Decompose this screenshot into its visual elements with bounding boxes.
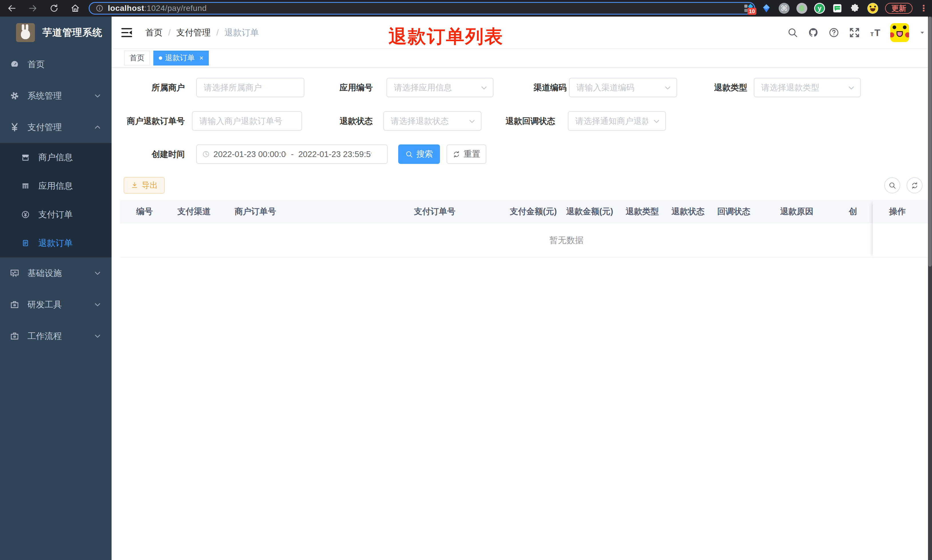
back-icon[interactable] <box>7 3 17 13</box>
tag-home[interactable]: 首页 <box>124 51 150 66</box>
column-header: 退款类型 <box>626 206 671 217</box>
reload-icon[interactable] <box>49 3 59 13</box>
channel-select-input[interactable] <box>569 78 677 97</box>
search-icon[interactable] <box>787 27 798 38</box>
tag-manager-extension-icon[interactable]: 10 <box>743 3 754 14</box>
update-label: 更新 <box>891 3 906 14</box>
callback-status-select-input[interactable] <box>568 111 666 131</box>
app-select[interactable] <box>386 78 494 97</box>
chat-extension-icon[interactable] <box>832 3 843 14</box>
breadcrumb-separator: / <box>168 28 171 37</box>
browser-menu-icon[interactable]: ⋮ <box>920 7 928 10</box>
empty-text: 暂无数据 <box>549 223 584 257</box>
url-text[interactable]: localhost:1024/pay/refund <box>108 4 207 13</box>
sidebar-item-label: 应用信息 <box>38 180 73 192</box>
font-size-icon[interactable]: тT <box>870 27 881 38</box>
filter-label-refund-type: 退款类型 <box>687 78 747 97</box>
date-range-picker[interactable]: 2022-01-23 00:00:00 - 2022-01-23 23:59:5… <box>196 145 388 164</box>
breadcrumb-home[interactable]: 首页 <box>145 27 163 38</box>
navbar-actions: тT <box>787 17 926 49</box>
chevron-down-icon <box>94 301 101 308</box>
sidebar-item-infrastructure[interactable]: 基础设施 <box>0 257 112 289</box>
grid-icon <box>21 182 30 190</box>
tag-refund-order[interactable]: 退款订单 × <box>153 51 209 66</box>
filter-label-merchant-refund-no: 商户退款订单号 <box>112 111 185 131</box>
sidebar-logo-row[interactable]: 芋道管理系统 <box>0 17 112 49</box>
url-bar[interactable]: localhost:1024/pay/refund <box>89 2 755 15</box>
sidebar-menu: 首页 系统管理 支付管理 商户信息 应用信息 <box>0 49 112 352</box>
search-icon <box>405 151 413 158</box>
column-header: 回调状态 <box>717 206 780 217</box>
pay-submenu: 商户信息 应用信息 支付订单 退款订单 <box>0 143 112 257</box>
sidebar-item-app-info[interactable]: 应用信息 <box>0 172 112 200</box>
reset-button[interactable]: 重置 <box>446 145 486 164</box>
help-icon[interactable] <box>829 27 839 38</box>
show-search-toggle-button[interactable] <box>884 177 900 193</box>
window-scrollbar[interactable] <box>928 17 932 560</box>
extensions-puzzle-icon[interactable] <box>850 3 860 14</box>
grey-circle-extension-icon[interactable] <box>797 3 807 14</box>
sidebar: 芋道管理系统 首页 系统管理 支付管理 商户信息 <box>0 17 112 560</box>
avatar[interactable] <box>890 23 909 42</box>
forward-icon[interactable] <box>28 3 38 13</box>
refund-type-select-input[interactable] <box>754 78 861 97</box>
fullscreen-icon[interactable] <box>849 27 860 38</box>
breadcrumb-pay[interactable]: 支付管理 <box>176 27 211 38</box>
scrollbar-thumb[interactable] <box>928 17 932 266</box>
emoji-extension-icon[interactable] <box>867 3 878 14</box>
merchant-refund-no-input[interactable] <box>192 111 302 131</box>
clock-icon <box>202 150 210 158</box>
tag-close-icon[interactable]: × <box>199 55 203 62</box>
column-header: 退款金额(元) <box>566 206 626 217</box>
tags-view: 首页 退款订单 × <box>112 49 928 68</box>
date-end[interactable]: 2022-01-23 23:59:59 <box>298 149 371 159</box>
refund-status-select-input[interactable] <box>383 111 481 131</box>
sidebar-item-workflow[interactable]: 工作流程 <box>0 320 112 352</box>
sidebar-fold-icon[interactable] <box>121 27 133 38</box>
breadcrumb: 首页 / 支付管理 / 退款订单 <box>145 17 259 49</box>
y-extension-icon[interactable]: y <box>814 3 825 14</box>
sidebar-item-merchant-info[interactable]: 商户信息 <box>0 143 112 172</box>
sidebar-item-label: 基础设施 <box>28 268 62 279</box>
search-button[interactable]: 搜索 <box>398 145 440 164</box>
export-button[interactable]: 导出 <box>124 177 165 194</box>
merchant-refund-no-field[interactable] <box>192 111 302 131</box>
column-header: 编号 <box>120 206 177 217</box>
sidebar-item-label: 研发工具 <box>28 299 62 311</box>
tag-label: 首页 <box>129 53 145 63</box>
breadcrumb-separator: / <box>216 28 218 37</box>
sidebar-item-dev-tools[interactable]: 研发工具 <box>0 289 112 320</box>
sidebar-item-label: 工作流程 <box>28 330 62 342</box>
sidebar-item-home[interactable]: 首页 <box>0 49 112 80</box>
refund-status-select[interactable] <box>383 111 481 131</box>
site-info-icon[interactable] <box>95 4 104 12</box>
refund-type-select[interactable] <box>754 78 861 97</box>
column-header: 支付金额(元) <box>510 206 566 217</box>
github-icon[interactable] <box>808 27 819 38</box>
yen-icon <box>10 122 20 132</box>
command-extension-icon[interactable]: ⌘ <box>779 3 789 14</box>
svg-text:T: T <box>875 28 880 38</box>
sidebar-item-refund-order[interactable]: 退款订单 <box>0 229 112 257</box>
shop-icon <box>21 153 30 162</box>
sidebar-item-system[interactable]: 系统管理 <box>0 80 112 112</box>
merchant-select[interactable] <box>196 78 305 97</box>
column-header: 支付渠道 <box>177 206 235 217</box>
extension-badge: 10 <box>747 8 757 15</box>
sidebar-item-pay[interactable]: 支付管理 <box>0 112 112 143</box>
avatar-caret-icon[interactable] <box>919 29 926 36</box>
channel-select[interactable] <box>569 78 677 97</box>
gear-icon <box>10 91 20 101</box>
url-host: localhost <box>108 4 144 12</box>
date-start[interactable]: 2022-01-23 00:00:00 <box>214 149 286 159</box>
home-icon[interactable] <box>71 3 80 13</box>
merchant-input[interactable] <box>196 78 305 97</box>
app-select-input[interactable] <box>386 78 494 97</box>
browser-update-button[interactable]: 更新 <box>885 3 912 14</box>
main-content: 所属商户 应用编号 渠道编码 退款类型 商户退款订单号 退款状态 退款 <box>112 68 928 560</box>
kite-extension-icon[interactable] <box>761 3 772 14</box>
sidebar-item-pay-order[interactable]: 支付订单 <box>0 200 112 229</box>
sidebar-item-label: 首页 <box>28 58 45 70</box>
callback-status-select[interactable] <box>568 111 666 131</box>
refresh-table-button[interactable] <box>907 177 923 193</box>
